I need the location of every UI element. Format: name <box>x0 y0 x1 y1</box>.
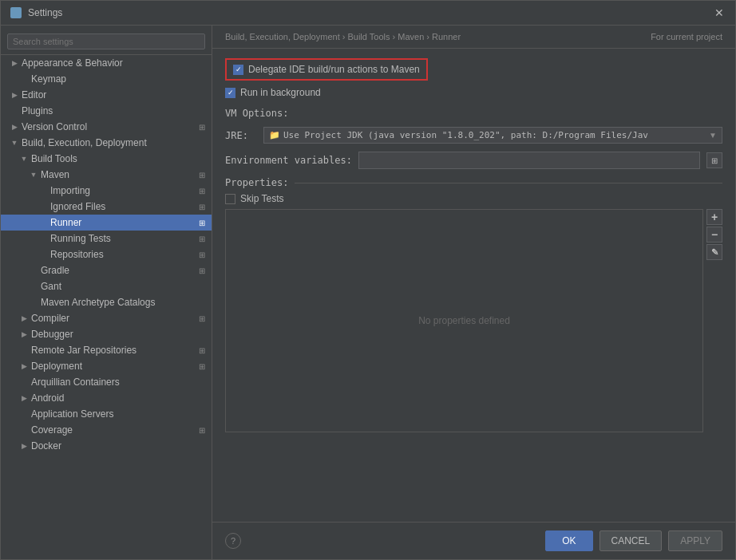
sidebar-item-editor[interactable]: ▶ Editor <box>1 87 212 103</box>
sidebar-item-ignored-files[interactable]: Ignored Files ⊞ <box>1 199 212 215</box>
properties-section: Properties: Skip Tests No properties def… <box>225 177 722 432</box>
sidebar-label: Coverage <box>31 424 73 436</box>
settings-icon <box>10 7 22 18</box>
properties-label-row: Properties: <box>225 177 722 188</box>
sidebar-item-coverage[interactable]: Coverage ⊞ <box>1 422 212 438</box>
window-title: Settings <box>28 7 62 18</box>
properties-divider <box>295 183 722 183</box>
importing-icon: ⊞ <box>199 187 205 195</box>
sidebar-label: Runner <box>50 217 81 228</box>
for-current-project: For current project <box>651 32 722 41</box>
sidebar-item-repositories[interactable]: Repositories ⊞ <box>1 246 212 262</box>
sidebar-item-gant[interactable]: Gant <box>1 278 212 294</box>
settings-window: Settings ✕ ▶ Appearance & Behavior Keyma… <box>0 0 736 560</box>
sidebar-item-build-tools[interactable]: ▼ Build Tools <box>1 151 212 167</box>
breadcrumb-path: Build, Execution, Deployment › Build Too… <box>225 32 461 41</box>
env-vars-input[interactable] <box>358 152 700 169</box>
maven-icon: ⊞ <box>199 171 205 179</box>
deployment-icon: ⊞ <box>199 362 205 371</box>
ok-button[interactable]: OK <box>545 530 592 551</box>
arrow-icon: ▶ <box>20 442 28 450</box>
sidebar-label: Android <box>31 392 64 404</box>
sidebar-label: Remote Jar Repositories <box>31 345 137 356</box>
jre-dropdown[interactable]: 📁 Use Project JDK (java version "1.8.0_2… <box>263 127 722 144</box>
sidebar-item-runner[interactable]: Runner ⊞ <box>1 215 212 231</box>
cancel-button[interactable]: CANCEL <box>599 530 663 551</box>
arrow-icon: ▼ <box>10 139 18 147</box>
sidebar-item-gradle[interactable]: Gradle ⊞ <box>1 262 212 278</box>
sidebar-item-docker[interactable]: ▶ Docker <box>1 438 212 454</box>
arrow-icon: ▶ <box>20 330 28 338</box>
runner-icon: ⊞ <box>199 219 205 227</box>
compiler-icon: ⊞ <box>199 314 205 323</box>
sidebar-label: Build, Execution, Deployment <box>22 137 147 148</box>
sidebar-item-debugger[interactable]: ▶ Debugger <box>1 326 212 342</box>
jre-label: JRE: <box>225 130 257 141</box>
delegate-checkbox[interactable]: ✓ <box>233 65 243 75</box>
sidebar-label: Debugger <box>31 329 73 340</box>
arrow-icon: ▶ <box>10 59 18 67</box>
delegate-label: Delegate IDE build/run actions to Maven <box>248 64 420 75</box>
ignored-icon: ⊞ <box>199 203 205 211</box>
edit-property-button[interactable]: ✎ <box>706 244 722 260</box>
sidebar-item-plugins[interactable]: Plugins <box>1 103 212 119</box>
sidebar-item-importing[interactable]: Importing ⊞ <box>1 183 212 199</box>
search-input[interactable] <box>7 34 205 49</box>
folder-icon: 📁 <box>269 130 280 140</box>
sidebar-item-build-execution[interactable]: ▼ Build, Execution, Deployment <box>1 135 212 151</box>
sidebar-label: Importing <box>50 185 90 196</box>
main-panel: Build, Execution, Deployment › Build Too… <box>212 26 735 559</box>
arrow-icon: ▶ <box>20 314 28 322</box>
sidebar-label: Gant <box>41 281 61 292</box>
delegate-checkbox-row: ✓ Delegate IDE build/run actions to Mave… <box>225 58 428 81</box>
sidebar-label: Repositories <box>50 249 104 260</box>
sidebar-label: Version Control <box>22 121 87 132</box>
sidebar-label: Maven Archetype Catalogs <box>41 297 155 308</box>
sidebar-item-deployment[interactable]: ▶ Deployment ⊞ <box>1 358 212 374</box>
breadcrumb-text: Build, Execution, Deployment › Build Too… <box>225 32 461 41</box>
vm-options-section: VM Options: <box>225 108 722 119</box>
sidebar-label: Plugins <box>22 105 53 116</box>
title-bar: Settings ✕ <box>1 1 735 26</box>
close-button[interactable]: ✕ <box>714 7 726 18</box>
arrow-icon: ▼ <box>30 171 38 179</box>
apply-button[interactable]: APPLY <box>668 530 722 551</box>
vcs-icon: ⊞ <box>199 123 205 132</box>
running-tests-icon: ⊞ <box>199 235 205 243</box>
dropdown-arrow-icon: ▼ <box>709 131 717 140</box>
env-vars-edit-button[interactable]: ⊞ <box>706 152 722 168</box>
repositories-icon: ⊞ <box>199 250 205 259</box>
sidebar-label: Gradle <box>41 265 69 276</box>
properties-box-wrapper: No properties defined + − ✎ <box>225 209 722 432</box>
sidebar-item-android[interactable]: ▶ Android <box>1 390 212 406</box>
breadcrumb: Build, Execution, Deployment › Build Too… <box>212 26 735 49</box>
jre-row: JRE: 📁 Use Project JDK (java version "1.… <box>225 127 722 144</box>
arrow-icon: ▶ <box>20 394 28 402</box>
env-vars-label: Environment variables: <box>225 155 352 166</box>
arrow-icon: ▼ <box>20 155 28 163</box>
help-button[interactable]: ? <box>225 533 241 549</box>
sidebar-item-running-tests[interactable]: Running Tests ⊞ <box>1 231 212 246</box>
run-background-checkbox[interactable]: ✓ <box>225 88 235 98</box>
add-property-button[interactable]: + <box>706 209 722 225</box>
sidebar-item-compiler[interactable]: ▶ Compiler ⊞ <box>1 310 212 326</box>
sidebar-label: Arquillian Containers <box>31 377 120 388</box>
skip-tests-checkbox[interactable] <box>225 194 235 204</box>
sidebar-item-version-control[interactable]: ▶ Version Control ⊞ <box>1 119 212 135</box>
sidebar-item-maven-archetype-catalogs[interactable]: Maven Archetype Catalogs <box>1 294 212 310</box>
skip-tests-label: Skip Tests <box>240 193 283 204</box>
env-vars-row: Environment variables: ⊞ <box>225 152 722 169</box>
gradle-icon: ⊞ <box>199 266 205 275</box>
sidebar-item-arquillian[interactable]: Arquillian Containers <box>1 374 212 390</box>
sidebar-item-application-servers[interactable]: Application Servers <box>1 406 212 422</box>
arrow-icon: ▶ <box>20 362 28 370</box>
sidebar-label: Docker <box>31 440 61 452</box>
title-bar-left: Settings <box>10 7 62 18</box>
sidebar-item-maven[interactable]: ▼ Maven ⊞ <box>1 167 212 183</box>
sidebar-item-remote-jar-repos[interactable]: Remote Jar Repositories ⊞ <box>1 342 212 358</box>
sidebar-item-keymap[interactable]: Keymap <box>1 71 212 87</box>
remove-property-button[interactable]: − <box>706 227 722 243</box>
sidebar-label: Compiler <box>31 313 69 324</box>
sidebar-item-appearance-behavior[interactable]: ▶ Appearance & Behavior <box>1 55 212 71</box>
sidebar-label: Running Tests <box>50 233 111 244</box>
